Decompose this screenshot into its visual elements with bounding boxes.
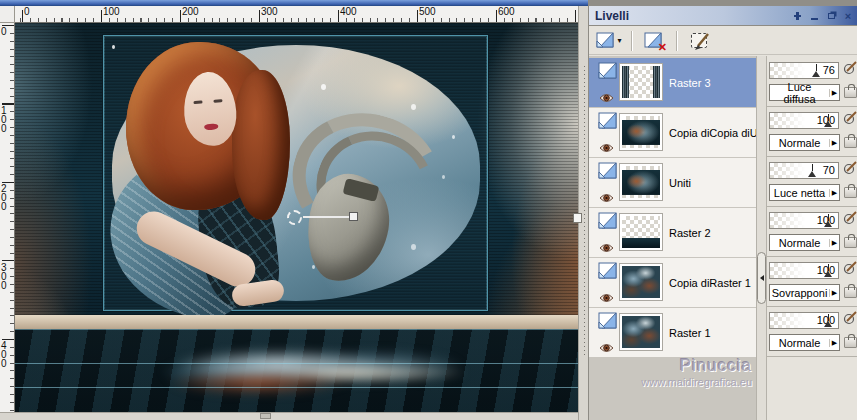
- dropdown-arrow-icon[interactable]: ▶: [829, 89, 839, 97]
- woman-eye: [193, 101, 202, 105]
- lock-icon[interactable]: [844, 337, 857, 348]
- layers-panel: Livelli × ▾ ✕: [588, 0, 857, 420]
- new-layer-button[interactable]: ▾: [594, 29, 624, 53]
- watermark-name: Pinuccia: [589, 356, 752, 376]
- layer-row[interactable]: Copia diCopia diUniti: [589, 108, 756, 157]
- blend-mode-dropdown[interactable]: Normale ▶: [769, 334, 840, 351]
- column-splitter[interactable]: [756, 56, 767, 420]
- dropdown-arrow-icon[interactable]: ▶: [829, 139, 839, 147]
- layer-row[interactable]: Copia diRaster 1: [589, 258, 756, 307]
- lock-icon[interactable]: [844, 187, 857, 198]
- dropdown-arrow-icon[interactable]: ▶: [829, 339, 839, 347]
- layer-controls-row: 100 Sovrapponi ▶: [767, 258, 857, 307]
- layer-page-icon: [598, 162, 618, 184]
- blend-mode-dropdown[interactable]: Normale ▶: [769, 234, 840, 251]
- layer-row[interactable]: Raster 1: [589, 308, 756, 357]
- visibility-eye-icon[interactable]: [599, 189, 614, 207]
- restore-icon[interactable]: [824, 9, 838, 22]
- blend-mode-dropdown[interactable]: Normale ▶: [769, 134, 840, 151]
- layer-controls-row: 100 Normale ▶: [767, 308, 857, 357]
- opacity-slider-handle[interactable]: [824, 314, 833, 327]
- opacity-slider[interactable]: 100: [769, 312, 839, 329]
- splitter-collapse-handle[interactable]: [757, 252, 766, 304]
- lock-icon[interactable]: [844, 137, 857, 148]
- woman-eye: [213, 99, 222, 103]
- blend-mode-dropdown[interactable]: Sovrapponi ▶: [769, 284, 840, 301]
- opacity-slider[interactable]: 100: [769, 262, 839, 279]
- floor-light-line: [15, 363, 578, 364]
- layer-page-icon: [598, 262, 618, 284]
- v-ruler-label: 1 0 0: [1, 106, 7, 133]
- blend-mode-value: Normale: [770, 337, 829, 349]
- reflective-floor: [15, 329, 578, 412]
- blend-mode-value: Luce diffusa: [770, 81, 829, 105]
- panel-body: Raster 3 Copia diCopia diUniti: [589, 56, 857, 420]
- minimize-icon[interactable]: [807, 9, 821, 22]
- h-ruler-label: 100: [103, 6, 120, 17]
- brush-lock-icon[interactable]: [843, 311, 857, 325]
- layer-page-icon: [598, 212, 618, 234]
- opacity-slider[interactable]: 70: [769, 162, 839, 179]
- opacity-value: 70: [823, 164, 835, 176]
- dropdown-arrow-icon[interactable]: ▶: [829, 239, 839, 247]
- opacity-value: 76: [823, 64, 835, 76]
- close-icon[interactable]: ×: [841, 9, 855, 22]
- opacity-slider-handle[interactable]: [824, 264, 833, 277]
- pivot-circle-handle[interactable]: [287, 210, 302, 225]
- opacity-slider[interactable]: 100: [769, 112, 839, 129]
- blend-mode-dropdown[interactable]: Luce diffusa ▶: [769, 84, 840, 101]
- blend-mode-value: Normale: [770, 137, 829, 149]
- layer-row[interactable]: Raster 2: [589, 208, 756, 257]
- dropdown-arrow-icon[interactable]: ▶: [829, 289, 839, 297]
- opacity-slider-handle[interactable]: [824, 114, 833, 127]
- visibility-eye-icon[interactable]: [599, 139, 614, 157]
- lock-icon[interactable]: [844, 237, 857, 248]
- visibility-eye-icon[interactable]: [599, 339, 614, 357]
- lock-icon[interactable]: [844, 87, 857, 98]
- woman-hair-strand: [232, 70, 290, 220]
- layer-thumbnail: [619, 263, 663, 301]
- brush-lock-icon[interactable]: [843, 111, 857, 125]
- brush-lock-icon[interactable]: [843, 161, 857, 175]
- opacity-slider[interactable]: 76: [769, 62, 839, 79]
- layer-controls-row: 76 Luce diffusa ▶: [767, 58, 857, 107]
- lock-icon[interactable]: [844, 287, 857, 298]
- bottom-grip-handle[interactable]: [260, 413, 271, 419]
- edit-selection-button[interactable]: [684, 29, 714, 53]
- rotation-square-handle[interactable]: [349, 212, 358, 221]
- h-ruler-label: 0: [24, 6, 30, 17]
- blend-mode-value: Sovrapponi: [770, 287, 829, 299]
- panel-titlebar[interactable]: Livelli ×: [589, 6, 857, 26]
- opacity-slider-handle[interactable]: [824, 214, 833, 227]
- opacity-slider-handle[interactable]: [812, 64, 821, 77]
- pin-icon[interactable]: [790, 9, 804, 22]
- panel-title: Livelli: [589, 9, 790, 23]
- brush-lock-icon[interactable]: [843, 261, 857, 275]
- h-ruler-label: 200: [182, 6, 199, 17]
- brush-icon: [690, 31, 712, 53]
- layer-page-icon: [598, 62, 618, 84]
- floor-light-line: [15, 387, 578, 388]
- v-ruler-label: 3 0 0: [1, 263, 7, 290]
- brush-lock-icon[interactable]: [843, 61, 857, 75]
- panel-toolbar: ▾ ✕: [589, 27, 857, 55]
- layer-row[interactable]: Uniti: [589, 158, 756, 207]
- image-canvas[interactable]: [15, 23, 578, 412]
- visibility-eye-icon[interactable]: [599, 89, 614, 107]
- layer-thumbnail: [619, 63, 663, 101]
- blend-mode-dropdown[interactable]: Luce netta ▶: [769, 184, 840, 201]
- dropdown-arrow-icon[interactable]: ▶: [829, 189, 839, 197]
- ruler-corner: [0, 6, 15, 23]
- collapse-arrow-icon: [757, 275, 764, 281]
- visibility-eye-icon[interactable]: [599, 289, 614, 307]
- opacity-slider[interactable]: 100: [769, 212, 839, 229]
- opacity-slider-handle[interactable]: [808, 164, 817, 177]
- visibility-eye-icon[interactable]: [599, 239, 614, 257]
- right-middle-handle[interactable]: [573, 213, 582, 223]
- layer-row[interactable]: Raster 3: [589, 58, 756, 107]
- h-ruler-label: 300: [261, 6, 278, 17]
- toolbar-separator: [631, 31, 632, 51]
- floor-top-line: [15, 329, 578, 330]
- delete-layer-button[interactable]: ✕: [639, 29, 669, 53]
- brush-lock-icon[interactable]: [843, 211, 857, 225]
